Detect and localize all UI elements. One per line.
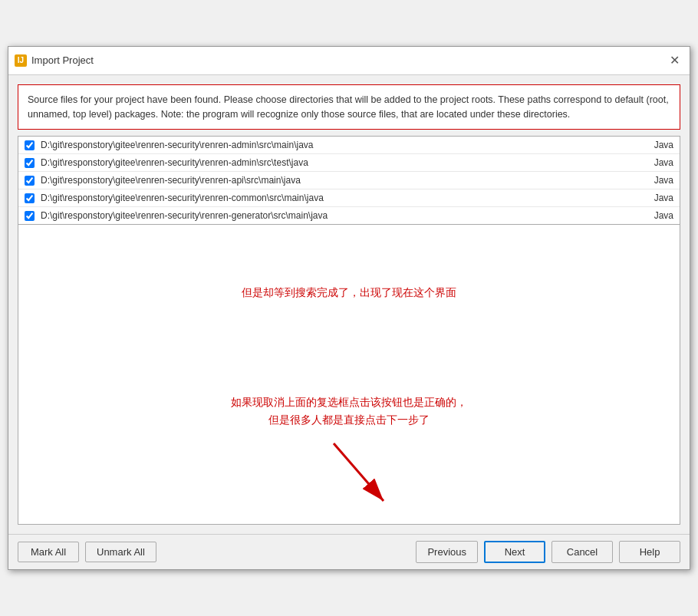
source-path-1: D:\git\responstory\gitee\renren-security… — [41, 140, 627, 150]
source-row-5: D:\git\responstory\gitee\renren-security… — [18, 207, 680, 224]
title-bar: IJ Import Project ✕ — [8, 47, 690, 75]
svg-line-1 — [334, 443, 384, 501]
mark-all-button[interactable]: Mark All — [18, 542, 79, 562]
bottom-actions: Mark All Unmark All Previous Next Cancel… — [8, 534, 690, 569]
close-button[interactable]: ✕ — [665, 51, 683, 70]
source-checkbox-3[interactable] — [25, 176, 35, 186]
source-type-4: Java — [643, 193, 673, 203]
annotation-top: 但是却等到搜索完成了，出现了现在这个界面 — [242, 286, 456, 300]
source-checkbox-5[interactable] — [25, 211, 35, 221]
import-project-window: IJ Import Project ✕ Source files for you… — [8, 46, 690, 571]
previous-button[interactable]: Previous — [416, 541, 478, 563]
info-text: Source files for your project have been … — [28, 94, 669, 120]
cancel-button[interactable]: Cancel — [551, 541, 613, 563]
source-row-2: D:\git\responstory\gitee\renren-security… — [18, 154, 680, 172]
next-button[interactable]: Next — [484, 541, 545, 563]
source-path-3: D:\git\responstory\gitee\renren-security… — [41, 175, 627, 186]
unmark-all-label: Unmark All — [97, 546, 145, 558]
source-type-3: Java — [643, 175, 673, 186]
source-checkbox-2[interactable] — [25, 158, 35, 168]
source-checkbox-1[interactable] — [25, 140, 35, 150]
title-bar-left: IJ Import Project — [15, 54, 94, 67]
source-row-1: D:\git\responstory\gitee\renren-security… — [18, 137, 680, 154]
annotation-bottom-line2: 但是很多人都是直接点击下一步了 — [268, 413, 430, 426]
source-row-4: D:\git\responstory\gitee\renren-security… — [18, 189, 680, 207]
source-path-4: D:\git\responstory\gitee\renren-security… — [41, 193, 627, 203]
source-list: D:\git\responstory\gitee\renren-security… — [18, 136, 680, 225]
info-box: Source files for your project have been … — [18, 84, 680, 130]
window-body: Source files for your project have been … — [8, 75, 690, 535]
window-icon: IJ — [15, 54, 27, 67]
annotation-bottom-line1: 如果现取消上面的复选框点击该按钮也是正确的， — [231, 396, 467, 408]
help-button[interactable]: Help — [619, 541, 680, 563]
source-checkbox-4[interactable] — [25, 193, 35, 203]
source-row-3: D:\git\responstory\gitee\renren-security… — [18, 172, 680, 189]
source-path-2: D:\git\responstory\gitee\renren-security… — [41, 157, 627, 168]
annotation-bottom: 如果现取消上面的复选框点击该按钮也是正确的， 但是很多人都是直接点击下一步了 — [231, 394, 467, 428]
arrow-svg — [318, 436, 410, 512]
source-path-5: D:\git\responstory\gitee\renren-security… — [41, 210, 627, 221]
bottom-left-buttons: Mark All Unmark All — [18, 542, 156, 562]
source-type-5: Java — [643, 210, 673, 221]
bottom-right-buttons: Previous Next Cancel Help — [416, 541, 680, 563]
annotation-area: 但是却等到搜索完成了，出现了现在这个界面 如果现取消上面的复选框点击该按钮也是正… — [34, 240, 664, 509]
annotation-arrow — [318, 436, 410, 515]
window-title: Import Project — [31, 54, 94, 66]
source-type-1: Java — [643, 140, 673, 150]
unmark-all-button[interactable]: Unmark All — [85, 542, 156, 562]
main-content-area: 但是却等到搜索完成了，出现了现在这个界面 如果现取消上面的复选框点击该按钮也是正… — [18, 225, 680, 525]
source-type-2: Java — [643, 157, 673, 168]
